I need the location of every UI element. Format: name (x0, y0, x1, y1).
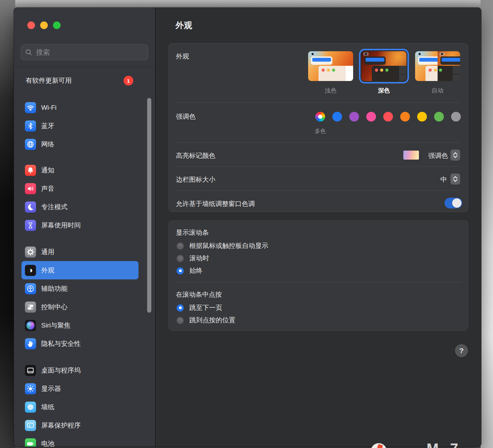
apple-logo-icon (310, 52, 315, 56)
accent-swatch-purple[interactable] (349, 112, 359, 122)
sidebar-item-screensaver[interactable]: 屏幕保护程序 (21, 416, 138, 434)
sidebar-item-label: 电池 (41, 439, 54, 447)
software-update-label: 有软件更新可用 (26, 76, 72, 85)
search-field[interactable] (21, 44, 148, 60)
radio-icon-selected[interactable] (177, 304, 184, 312)
sidebar-item-label: 蓝牙 (41, 122, 54, 131)
light-mode-preview (308, 51, 353, 81)
minimize-button[interactable] (40, 21, 48, 29)
hourglass-icon (25, 220, 36, 231)
sidebar-item-wallpaper[interactable]: 墙纸 (21, 398, 138, 416)
speaker-icon (25, 183, 36, 194)
sidebar-item-battery[interactable]: 电池 (21, 434, 138, 447)
search-input[interactable] (35, 48, 144, 57)
help-button[interactable]: ? (455, 344, 468, 357)
dark-mode-thumbnail[interactable] (361, 51, 406, 81)
accent-swatch-green[interactable] (434, 112, 444, 122)
radio-always[interactable]: 始终 (177, 267, 203, 275)
zoom-button[interactable] (53, 21, 61, 29)
sidebar-item-label: 显示器 (41, 384, 61, 393)
sidebar-item-desktop-dock[interactable]: 桌面与程序坞 (21, 361, 138, 379)
sidebar-item-screen-time[interactable]: 屏幕使用时间 (21, 216, 138, 234)
sidebar-item-bluetooth[interactable]: 蓝牙 (21, 117, 138, 135)
system-settings-window: 有软件更新可用 1 Wi-Fi 蓝牙 网络 (14, 8, 481, 447)
sidebar-item-focus[interactable]: 专注模式 (21, 198, 138, 216)
software-update-row[interactable]: 有软件更新可用 1 (14, 73, 155, 88)
light-mode-thumbnail[interactable] (308, 51, 353, 81)
close-button[interactable] (27, 21, 35, 29)
sidebar-item-label: 隐私与安全性 (41, 339, 81, 348)
search-icon (25, 49, 32, 56)
accessibility-icon (25, 283, 36, 294)
flower-icon (25, 402, 36, 413)
sidebar-item-label: 屏幕保护程序 (41, 421, 81, 430)
dock-icon (25, 365, 36, 376)
radio-label: 始终 (189, 266, 203, 275)
sidebar-item-accessibility[interactable]: 辅助功能 (21, 279, 138, 298)
highlight-value: 强调色 (428, 151, 448, 160)
sidebar: 有软件更新可用 1 Wi-Fi 蓝牙 网络 (14, 8, 155, 447)
scrollbar-click-heading: 在滚动条中点按 (176, 290, 222, 299)
sidebar-item-network[interactable]: 网络 (21, 135, 138, 153)
appearance-row-label: 外观 (176, 52, 189, 61)
radio-label: 跳到点按的位置 (189, 316, 235, 325)
sidebar-item-label: 网络 (41, 140, 54, 149)
radio-label: 根据鼠标或触控板自动显示 (189, 241, 268, 250)
highlight-color-swatch (403, 151, 419, 160)
sidebar-item-appearance[interactable]: ◑ 外观 (21, 261, 138, 279)
sidebar-scrollbar[interactable] (147, 98, 151, 313)
radio-jump-next-page[interactable]: 跳至下一页 (177, 304, 222, 312)
accent-swatch-yellow[interactable] (417, 112, 427, 122)
sidebar-item-siri[interactable]: Siri与聚焦 (21, 316, 138, 334)
desktop-partial-letter-7: 7 (450, 440, 458, 448)
appearance-settings-card: 外观 浅色 (169, 43, 468, 212)
sidebar-item-label: 屏幕使用时间 (41, 221, 81, 230)
row-separator (176, 142, 461, 143)
radio-when-scrolling[interactable]: 滚动时 (177, 254, 209, 262)
sidebar-divider (14, 67, 155, 67)
accent-swatch-orange[interactable] (400, 112, 410, 122)
sidebar-item-general[interactable]: 通用 (21, 243, 138, 261)
row-separator (176, 190, 461, 191)
sidebar-list: Wi-Fi 蓝牙 网络 通知 (14, 98, 155, 447)
accent-swatch-blue[interactable] (332, 112, 342, 122)
appearance-option-light[interactable]: 浅色 (308, 51, 353, 95)
radio-icon[interactable] (177, 242, 184, 250)
sidebar-item-label: 通知 (41, 166, 54, 175)
radio-auto-show[interactable]: 根据鼠标或触控板自动显示 (177, 242, 268, 250)
appearance-option-auto[interactable]: 自动 (415, 51, 460, 95)
radio-label: 跳至下一页 (189, 303, 222, 312)
light-mode-label: 浅色 (308, 87, 353, 95)
row-separator (176, 282, 461, 283)
highlight-stepper[interactable] (450, 150, 460, 161)
accent-row-label: 强调色 (176, 112, 196, 121)
update-count-badge: 1 (124, 76, 133, 86)
sidebar-item-privacy[interactable]: 隐私与安全性 (21, 334, 138, 353)
wallpaper-tint-toggle[interactable] (445, 198, 462, 208)
radio-jump-to-spot[interactable]: 跳到点按的位置 (177, 316, 235, 324)
sidebar-size-stepper[interactable] (450, 173, 460, 185)
accent-swatch-gray[interactable] (451, 112, 461, 122)
bell-icon (25, 165, 36, 176)
screensaver-icon (25, 420, 36, 431)
accent-swatch-pink[interactable] (366, 112, 376, 122)
scrollbar-settings-card: 显示滚动条 根据鼠标或触控板自动显示 滚动时 始终 在滚动条中点按 跳至下一页 (169, 221, 468, 331)
accent-swatch-red[interactable] (383, 112, 393, 122)
sidebar-item-notifications[interactable]: 通知 (21, 161, 138, 179)
sidebar-item-control-center[interactable]: 控制中心 (21, 298, 138, 316)
sidebar-item-label: 辅助功能 (41, 284, 68, 293)
sidebar-item-displays[interactable]: 显示器 (21, 379, 138, 398)
row-separator (176, 167, 461, 167)
radio-icon[interactable] (177, 317, 184, 324)
appearance-option-dark[interactable]: 深色 (361, 51, 406, 95)
radio-icon-selected[interactable] (177, 267, 184, 275)
sidebar-item-sound[interactable]: 声音 (21, 179, 138, 198)
auto-mode-thumbnail[interactable] (415, 51, 460, 81)
auto-mode-label: 自动 (415, 87, 460, 95)
sidebar-item-label: 声音 (41, 184, 54, 193)
desktop: { "titlebar": { "search_placeholder": "搜… (0, 0, 493, 448)
radio-icon[interactable] (177, 255, 184, 262)
wallpaper-top (0, 0, 493, 8)
accent-swatch-multicolor[interactable] (315, 112, 325, 122)
sidebar-item-wifi[interactable]: Wi-Fi (21, 98, 138, 117)
